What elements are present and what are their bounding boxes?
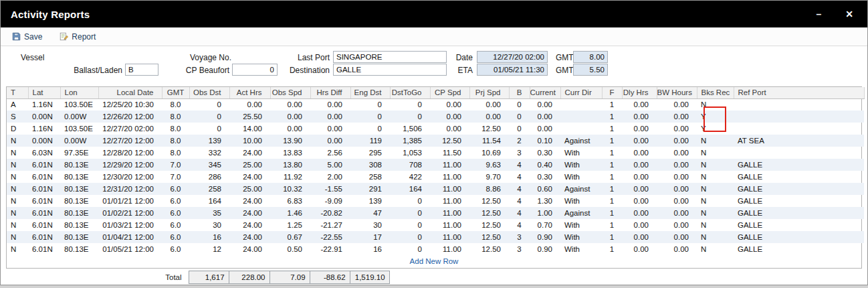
cell-bw-hours[interactable]: 0.00 [657,171,697,183]
cell-curr-dir[interactable]: With [560,219,602,231]
cell-eng-dst[interactable]: 16 [350,243,390,255]
column-header-local-date[interactable]: Local Date [98,87,162,98]
cell-curr-dir[interactable]: With [560,171,602,183]
cell-eng-dst[interactable]: 308 [350,159,390,171]
cell-prj-spd[interactable]: 11.54 [469,135,509,147]
cell-prj-spd[interactable]: 10.69 [469,147,509,159]
cell-dly-hrs[interactable]: 0.00 [622,123,657,135]
cell-obs-spd[interactable]: 0.00 [270,111,310,123]
cell-b[interactable]: 4 [509,195,530,207]
cell-lat[interactable]: 6.01N [28,171,60,183]
cell-eng-dst[interactable]: 47 [350,207,390,219]
cell-curr-dir[interactable] [560,123,602,135]
cell-obs-spd[interactable]: 13.80 [270,159,310,171]
cell-current[interactable]: 0.00 [530,123,560,135]
eta-gmt-input[interactable] [573,64,608,76]
cell-ref-port[interactable]: GALLE [734,171,864,183]
cell-t[interactable]: N [7,171,28,183]
cell-act-hrs[interactable]: 25.50 [229,111,270,123]
cell-f[interactable]: 1 [602,231,622,243]
add-new-row-link[interactable]: Add New Row [7,255,861,268]
column-header-lon[interactable]: Lon [60,87,98,98]
cell-prj-spd[interactable]: 12.50 [469,207,509,219]
table-row[interactable]: D1.16N103.50E12/27/20 02:008.0014.000.00… [7,123,864,135]
cell-lat[interactable]: 6.01N [28,207,60,219]
cell-b[interactable]: 4 [509,183,530,195]
cell-ref-port[interactable] [734,98,864,111]
cell-local-date[interactable]: 12/31/20 12:00 [98,183,162,195]
cell-ref-port[interactable]: GALLE [734,243,864,255]
column-header-dly-hrs[interactable]: Dly Hrs [622,87,657,98]
cell-b[interactable]: 4 [509,159,530,171]
column-header-gmt[interactable]: GMT [162,87,189,98]
table-row[interactable]: N6.01N80.13E01/03/21 12:006.03024.001.25… [7,219,864,231]
cell-gmt[interactable]: 8.0 [162,147,189,159]
cell-lat[interactable]: 0.00N [28,111,60,123]
cell-act-hrs[interactable]: 25.00 [229,159,270,171]
cell-cp-spd[interactable]: 0.00 [430,111,469,123]
cell-lon[interactable]: 80.13E [60,219,98,231]
cell-obs-dst[interactable]: 35 [189,207,229,219]
cell-f[interactable]: 1 [602,219,622,231]
cell-dsttogo[interactable]: 1,053 [390,147,430,159]
cell-obs-spd[interactable]: 13.90 [270,135,310,147]
cell-hrs-diff[interactable]: 5.00 [310,159,350,171]
cell-t[interactable]: S [7,111,28,123]
cell-gmt[interactable]: 6.0 [162,207,189,219]
cell-lat[interactable]: 6.01N [28,243,60,255]
cell-curr-dir[interactable]: Against [560,207,602,219]
cell-current[interactable]: 0.00 [530,98,560,111]
cell-dsttogo[interactable]: 0 [390,98,430,111]
cell-hrs-diff[interactable]: -22.55 [310,231,350,243]
cell-bks-rec[interactable]: N [697,195,734,207]
cell-local-date[interactable]: 12/29/20 12:00 [98,159,162,171]
cell-obs-spd[interactable]: 11.92 [270,171,310,183]
cell-bw-hours[interactable]: 0.00 [657,207,697,219]
close-icon[interactable]: ✕ [845,9,853,19]
cell-gmt[interactable]: 8.0 [162,135,189,147]
cell-hrs-diff[interactable]: 0.00 [310,135,350,147]
cell-lon[interactable]: 80.13E [60,195,98,207]
cell-lon[interactable]: 80.13E [60,183,98,195]
cell-bks-rec[interactable]: N [697,219,734,231]
cell-dly-hrs[interactable]: 0.00 [622,111,657,123]
column-header-dsttogo[interactable]: DstToGo [390,87,430,98]
cell-eng-dst[interactable]: 119 [350,135,390,147]
cell-bw-hours[interactable]: 0.00 [657,98,697,111]
cell-obs-spd[interactable]: 10.32 [270,183,310,195]
cell-t[interactable]: N [7,243,28,255]
cell-bw-hours[interactable]: 0.00 [657,111,697,123]
cell-hrs-diff[interactable]: 2.00 [310,171,350,183]
cell-lat[interactable]: 6.01N [28,183,60,195]
cell-lat[interactable]: 1.16N [28,123,60,135]
column-header-t[interactable]: T [7,87,28,98]
column-header-obs-spd[interactable]: Obs Spd [270,87,310,98]
cell-current[interactable]: 0.70 [530,219,560,231]
cell-lon[interactable]: 103.50E [60,98,98,111]
cell-hrs-diff[interactable]: -1.55 [310,183,350,195]
cell-lon[interactable]: 103.50E [60,123,98,135]
cell-dly-hrs[interactable]: 0.00 [622,147,657,159]
column-header-bks-rec[interactable]: Bks Rec [697,87,734,98]
save-button[interactable]: Save [12,32,42,42]
cell-local-date[interactable]: 12/28/20 12:00 [98,147,162,159]
cell-dsttogo[interactable]: 0 [390,219,430,231]
cell-b[interactable]: 4 [509,171,530,183]
cell-curr-dir[interactable] [560,98,602,111]
cell-current[interactable]: 0.00 [530,111,560,123]
cell-local-date[interactable]: 12/30/20 12:00 [98,171,162,183]
cell-obs-spd[interactable]: 0.00 [270,123,310,135]
cell-lon[interactable]: 0.00W [60,135,98,147]
cell-current[interactable]: 0.90 [530,231,560,243]
cell-current[interactable]: 0.10 [530,135,560,147]
table-row[interactable]: N6.01N80.13E01/05/21 12:006.01224.000.50… [7,243,864,255]
cell-t[interactable]: A [7,98,28,111]
cell-bks-rec[interactable]: N [697,207,734,219]
cell-bks-rec[interactable]: N [697,98,734,111]
cell-lon[interactable]: 80.13E [60,171,98,183]
cell-bw-hours[interactable]: 0.00 [657,195,697,207]
cell-cp-spd[interactable]: 0.00 [430,98,469,111]
cell-b[interactable]: 4 [509,219,530,231]
cell-eng-dst[interactable]: 0 [350,98,390,111]
cell-prj-spd[interactable]: 12.50 [469,219,509,231]
